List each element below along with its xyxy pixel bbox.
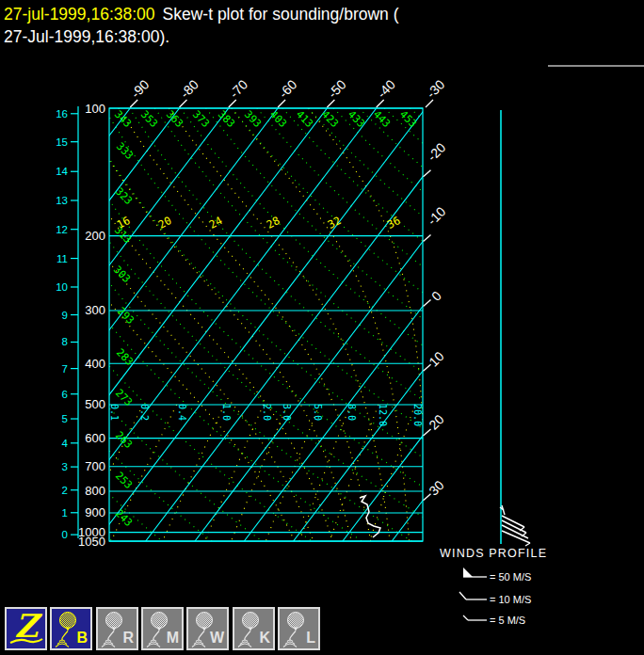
svg-text:0.2: 0.2: [139, 404, 150, 421]
svg-text:15: 15: [56, 136, 68, 148]
svg-text:2.0: 2.0: [262, 404, 272, 421]
svg-text:323: 323: [113, 185, 135, 207]
svg-text:333: 333: [114, 140, 136, 162]
svg-text:-70: -70: [226, 77, 250, 102]
svg-text:393: 393: [242, 108, 264, 130]
svg-text:343: 343: [112, 108, 134, 130]
svg-text:8.0: 8.0: [346, 404, 357, 421]
sounding-trace: [360, 496, 380, 537]
toolbar-button-sounding-r[interactable]: R: [96, 607, 138, 650]
svg-text:20: 20: [156, 214, 174, 232]
svg-text:303: 303: [111, 264, 133, 285]
svg-text:20: 20: [426, 411, 446, 432]
svg-text:700: 700: [85, 459, 105, 473]
svg-text:7: 7: [62, 363, 68, 375]
svg-text:500: 500: [85, 397, 105, 411]
toolbar-button-letter: W: [210, 630, 224, 647]
svg-text:16: 16: [56, 108, 68, 120]
svg-text:= 10 M/S: = 10 M/S: [490, 594, 531, 605]
toolbar-button-letter: L: [306, 630, 315, 647]
zebra-logo-icon: Z: [7, 609, 45, 648]
svg-text:293: 293: [115, 305, 137, 327]
svg-text:-50: -50: [325, 77, 349, 102]
title-line-1: 27-jul-1999,16:38:00Skew-t plot for soun…: [4, 3, 399, 25]
toolbar-button-sounding-w[interactable]: W: [186, 607, 229, 650]
svg-text:100: 100: [85, 102, 105, 116]
app-window: 1002003004005006007008009001000105016151…: [0, 0, 644, 655]
svg-text:9: 9: [62, 310, 68, 321]
svg-text:423: 423: [319, 108, 341, 130]
svg-text:-60: -60: [276, 77, 300, 102]
radiosonde-balloon-icon: [281, 611, 309, 648]
svg-text:5: 5: [62, 413, 68, 424]
svg-text:453: 453: [397, 108, 419, 130]
toolbar-button-letter: M: [167, 630, 179, 647]
toolbar-button-sounding-b[interactable]: B: [50, 607, 92, 650]
dry-adiabats: [0, 108, 644, 541]
svg-text:8: 8: [62, 336, 68, 347]
toolbar-button-letter: B: [76, 630, 88, 647]
toolbar-button-letter: R: [122, 630, 134, 647]
svg-text:-10: -10: [425, 204, 449, 229]
svg-text:373: 373: [190, 108, 212, 130]
svg-text:383: 383: [216, 108, 237, 130]
pressure-axis-labels: 10020030040050060070080090010001050: [78, 102, 105, 549]
svg-text:4: 4: [62, 438, 69, 449]
svg-text:3.0: 3.0: [282, 404, 292, 421]
svg-text:0: 0: [62, 529, 68, 540]
plot-lines: [0, 108, 644, 541]
svg-text:1050: 1050: [78, 535, 105, 549]
moist-adiabat-labels: 162024283236: [115, 214, 403, 232]
toolbar-button-sounding-k[interactable]: K: [233, 607, 275, 650]
toolbar: ZBRMWKL: [0, 607, 644, 650]
svg-text:243: 243: [113, 507, 135, 529]
svg-text:200: 200: [85, 229, 105, 243]
svg-text:800: 800: [85, 484, 105, 498]
svg-text:2: 2: [62, 485, 68, 496]
svg-text:12.0: 12.0: [378, 404, 388, 426]
svg-text:13: 13: [56, 195, 68, 206]
svg-text:353: 353: [138, 108, 160, 130]
svg-text:WINDS PROFILE: WINDS PROFILE: [440, 547, 547, 560]
svg-text:1: 1: [62, 507, 68, 519]
svg-text:14: 14: [56, 166, 68, 177]
svg-text:433: 433: [346, 108, 367, 130]
svg-text:600: 600: [85, 431, 105, 445]
svg-text:263: 263: [113, 429, 135, 451]
svg-text:413: 413: [294, 108, 315, 130]
svg-text:253: 253: [113, 470, 135, 491]
skew-t-plot: 1002003004005006007008009001000105016151…: [0, 0, 644, 655]
title-line-2: 27-Jul-1999,16:38:00).: [4, 25, 399, 48]
toolbar-button-letter: K: [259, 630, 270, 647]
svg-text:10: 10: [56, 281, 68, 293]
plot-title: 27-jul-1999,16:38:00Skew-t plot for soun…: [4, 3, 399, 48]
svg-text:900: 900: [85, 505, 105, 519]
svg-text:3: 3: [62, 461, 68, 472]
svg-text:0.1: 0.1: [109, 404, 120, 421]
svg-text:403: 403: [267, 108, 289, 130]
svg-text:-20: -20: [425, 140, 449, 165]
top-temp-labels: -90-80-70-60-50-40-30: [128, 77, 448, 107]
svg-text:28: 28: [265, 214, 282, 232]
toolbar-button-sounding-l[interactable]: L: [278, 607, 320, 650]
svg-text:300: 300: [85, 303, 105, 317]
svg-text:-30: -30: [424, 77, 448, 102]
toolbar-button-sounding-m[interactable]: M: [141, 607, 184, 650]
svg-text:32: 32: [326, 214, 344, 232]
svg-text:-40: -40: [374, 77, 398, 102]
svg-text:6: 6: [62, 389, 68, 400]
wind-barbs: [500, 505, 530, 546]
title-timestamp: 27-jul-1999,16:38:00: [4, 5, 155, 24]
svg-text:11: 11: [56, 253, 68, 264]
svg-text:1.0: 1.0: [221, 404, 232, 421]
svg-text:= 50 M/S: = 50 M/S: [490, 571, 531, 583]
toolbar-button-zebra-logo[interactable]: Z: [5, 607, 47, 650]
svg-text:0.4: 0.4: [177, 404, 187, 421]
svg-text:-90: -90: [128, 77, 153, 102]
svg-text:-80: -80: [177, 77, 201, 102]
mixing-ratio-labels: 0.10.20.41.02.03.05.08.012.020.0: [109, 404, 423, 426]
right-temp-labels: -20-100102030: [424, 140, 449, 501]
svg-text:24: 24: [207, 214, 225, 232]
isotherms: [0, 108, 644, 541]
svg-text:400: 400: [85, 357, 105, 371]
